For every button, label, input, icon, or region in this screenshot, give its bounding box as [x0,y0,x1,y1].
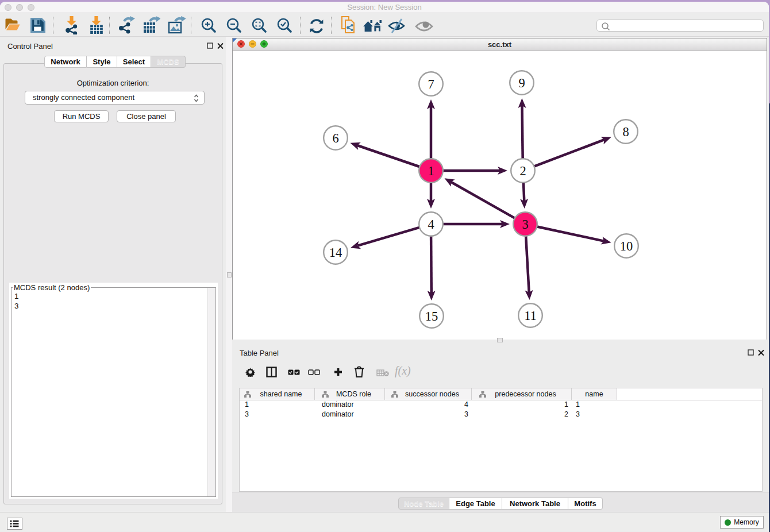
svg-text:14: 14 [329,245,342,260]
svg-text:11: 11 [524,309,537,323]
svg-text:10: 10 [620,239,633,253]
svg-text:6: 6 [332,131,338,145]
svg-text:9: 9 [518,76,525,90]
svg-text:1: 1 [428,164,434,178]
svg-text:4: 4 [428,217,434,232]
svg-text:3: 3 [522,217,528,232]
svg-text:15: 15 [425,309,438,323]
svg-text:8: 8 [622,125,629,139]
svg-text:7: 7 [428,77,434,91]
svg-text:2: 2 [519,164,526,178]
